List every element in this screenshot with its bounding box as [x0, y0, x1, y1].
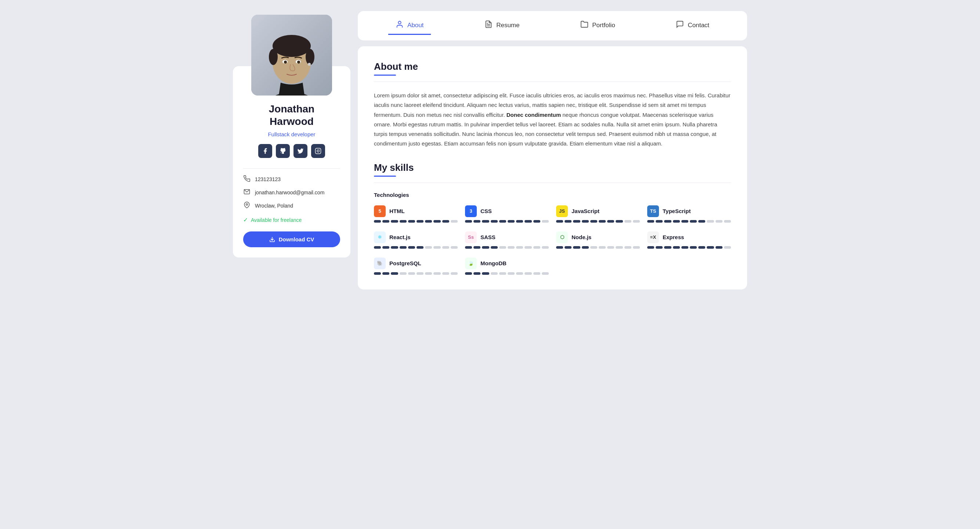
- skill-bar: [556, 220, 640, 223]
- phone-icon: [243, 175, 250, 183]
- skill-segment: [451, 272, 458, 275]
- skill-segment: [374, 246, 381, 249]
- skill-segment: [525, 220, 531, 223]
- skills-underline: [374, 175, 396, 177]
- skill-segment: [465, 220, 472, 223]
- sidebar-divider: [243, 168, 340, 169]
- skill-segment: [573, 246, 580, 249]
- skill-segment: [607, 220, 614, 223]
- tab-resume[interactable]: Resume: [477, 16, 527, 35]
- skill-segment: [399, 272, 407, 275]
- skill-segment: [417, 272, 423, 275]
- skill-segment: [442, 220, 449, 223]
- skill-segment: [374, 272, 381, 275]
- skill-icon-postgresql: 🐘: [374, 258, 386, 269]
- skill-segment: [707, 246, 714, 249]
- contact-icon: [676, 20, 684, 30]
- skill-segment: [516, 272, 523, 275]
- skill-segment: [482, 220, 489, 223]
- facebook-icon[interactable]: [258, 144, 272, 158]
- skill-segment: [391, 246, 398, 249]
- skill-segment: [491, 246, 498, 249]
- skill-segment: [482, 272, 489, 275]
- skill-item: 3 CSS: [465, 206, 549, 223]
- skill-header: 🐘 PostgreSQL: [374, 258, 458, 269]
- about-me-section: About me Lorem ipsum dolor sit amet, con…: [374, 61, 731, 149]
- skill-segment: [533, 220, 540, 223]
- skill-name: CSS: [480, 208, 492, 214]
- skills-divider: [374, 183, 731, 183]
- skill-segment: [433, 246, 441, 249]
- skill-bar: [374, 220, 458, 223]
- nav-bar: About Resume Portfolio: [358, 11, 747, 40]
- skill-segment: [533, 246, 540, 249]
- skill-segment: [508, 246, 515, 249]
- skill-segment: [724, 246, 731, 249]
- instagram-icon[interactable]: [311, 144, 325, 158]
- skill-segment: [624, 246, 632, 249]
- about-me-divider: [374, 81, 731, 82]
- about-me-underline: [374, 75, 396, 76]
- skill-name: JavaScript: [571, 208, 600, 214]
- skill-segment: [633, 246, 640, 249]
- skill-segment: [724, 220, 731, 223]
- tab-contact[interactable]: Contact: [668, 16, 717, 35]
- tab-portfolio[interactable]: Portfolio: [573, 16, 622, 35]
- skill-header: ⬡ Node.js: [556, 231, 640, 243]
- skill-segment: [399, 246, 407, 249]
- skill-segment: [442, 272, 449, 275]
- skill-bar: [465, 246, 549, 249]
- about-icon: [396, 20, 404, 30]
- skill-segment: [690, 220, 697, 223]
- skill-segment: [474, 272, 480, 275]
- tab-about[interactable]: About: [388, 16, 431, 35]
- skill-bar: [374, 272, 458, 275]
- skill-segment: [382, 272, 389, 275]
- skill-segment: [647, 246, 654, 249]
- skill-segment: [573, 220, 580, 223]
- skill-segment: [599, 220, 606, 223]
- skill-segment: [533, 272, 540, 275]
- skill-bar: [647, 220, 731, 223]
- skill-segment: [590, 220, 597, 223]
- skill-item: 🍃 MongoDB: [465, 258, 549, 275]
- skill-segment: [556, 246, 563, 249]
- location-item: Wroclaw, Poland: [243, 202, 340, 210]
- skill-item: 🐘 PostgreSQL: [374, 258, 458, 275]
- svg-point-4: [272, 35, 311, 57]
- skill-segment: [433, 220, 441, 223]
- phone-number: 123123123: [255, 176, 281, 182]
- skill-segment: [525, 272, 531, 275]
- skill-segment: [508, 272, 515, 275]
- skill-icon-mongodb: 🍃: [465, 258, 477, 269]
- skill-bar: [374, 246, 458, 249]
- skill-item: ⬡ Node.js: [556, 231, 640, 249]
- skill-segment: [417, 246, 423, 249]
- skill-segment: [542, 246, 549, 249]
- skill-name: SASS: [480, 234, 495, 240]
- skill-segment: [451, 246, 458, 249]
- skill-bar: [465, 220, 549, 223]
- skill-name: HTML: [389, 208, 405, 214]
- skill-name: TypeScript: [663, 208, 690, 214]
- profile-title: Fullstack developer: [268, 131, 315, 137]
- twitter-icon[interactable]: [293, 144, 307, 158]
- check-icon: ✓: [243, 217, 248, 223]
- skill-segment: [391, 220, 398, 223]
- github-icon[interactable]: [276, 144, 290, 158]
- skill-segment: [633, 220, 640, 223]
- skill-segment: [482, 246, 489, 249]
- download-cv-button[interactable]: Download CV: [243, 231, 340, 247]
- skill-segment: [664, 246, 671, 249]
- skill-segment: [451, 220, 458, 223]
- skill-header: 5 HTML: [374, 206, 458, 217]
- skill-item: ⚛ React.js: [374, 231, 458, 249]
- skill-name: MongoDB: [480, 260, 506, 266]
- skills-grid: 5 HTML 3 CSS JS JavaScript: [374, 206, 731, 275]
- contact-info: 123123123 jonathan.harwood@gmail.com Wro…: [243, 175, 340, 210]
- location-text: Wroclaw, Poland: [255, 203, 293, 209]
- skill-segment: [681, 220, 688, 223]
- skill-header: ⚛ React.js: [374, 231, 458, 243]
- svg-point-15: [246, 204, 248, 206]
- skill-name: React.js: [389, 234, 410, 240]
